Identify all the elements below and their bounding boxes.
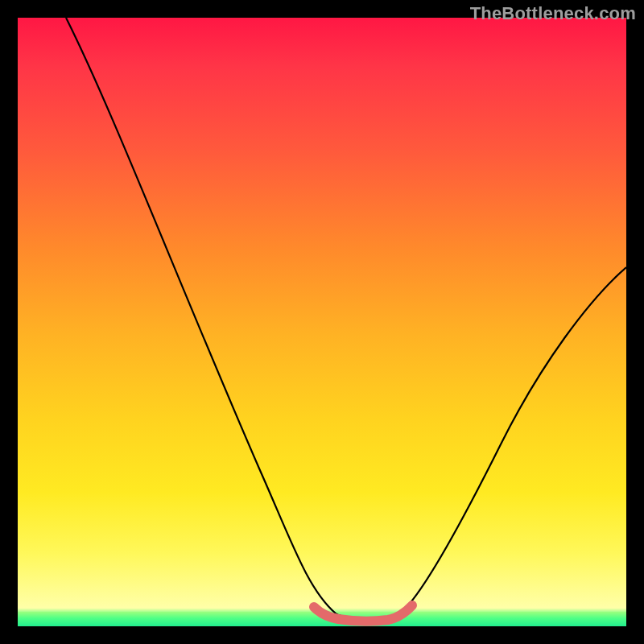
curve-layer (18, 18, 626, 626)
plot-area (18, 18, 626, 626)
attribution-label: TheBottleneck.com (470, 3, 636, 24)
bottleneck-curve (66, 18, 626, 619)
chart-stage: TheBottleneck.com (0, 0, 644, 644)
